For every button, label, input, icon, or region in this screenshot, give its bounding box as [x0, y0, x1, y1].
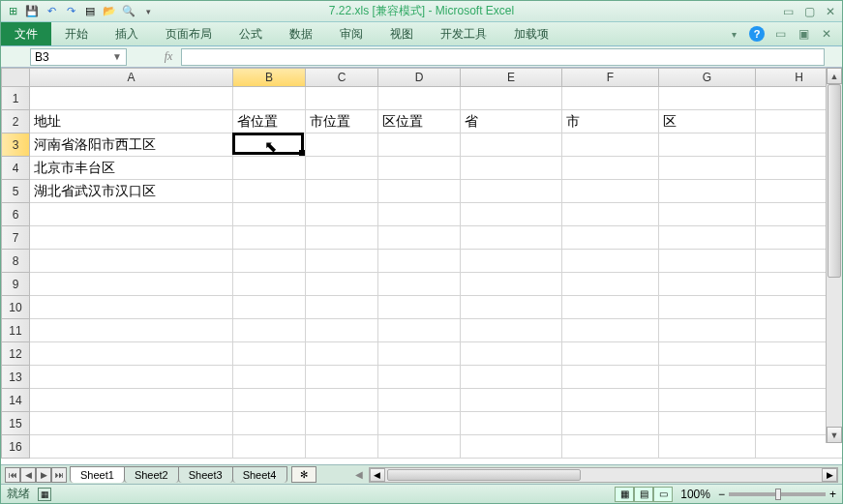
redo-icon[interactable]: ↷: [63, 4, 78, 19]
hscroll-thumb[interactable]: [387, 469, 581, 481]
cell-D12[interactable]: [378, 342, 461, 366]
cell-F4[interactable]: [562, 157, 659, 180]
column-header-F[interactable]: F: [562, 68, 659, 87]
cell-D3[interactable]: [378, 133, 461, 157]
close-button[interactable]: ✕: [823, 5, 838, 18]
cell-B1[interactable]: [233, 87, 306, 110]
cell-G16[interactable]: [659, 435, 756, 459]
row-header-3[interactable]: 3: [1, 133, 30, 157]
cell-G12[interactable]: [659, 342, 756, 366]
cell-E14[interactable]: [461, 389, 562, 412]
cell-E10[interactable]: [461, 296, 562, 319]
hscroll-right-button[interactable]: ▶: [822, 468, 837, 482]
cell-C7[interactable]: [306, 226, 378, 250]
print-preview-icon[interactable]: 🔍: [121, 4, 136, 19]
row-header-9[interactable]: 9: [1, 273, 30, 296]
sheet-tab-Sheet2[interactable]: Sheet2: [124, 466, 179, 483]
column-header-G[interactable]: G: [659, 68, 756, 87]
zoom-level[interactable]: 100%: [680, 488, 710, 501]
cell-F1[interactable]: [562, 87, 659, 110]
cell-A12[interactable]: [30, 342, 233, 366]
cell-F7[interactable]: [562, 226, 659, 250]
cell-B13[interactable]: [233, 366, 306, 389]
sheet-nav-next[interactable]: ▶: [36, 467, 51, 483]
column-header-C[interactable]: C: [306, 68, 378, 87]
doc-minimize-icon[interactable]: ▭: [772, 26, 788, 42]
row-header-1[interactable]: 1: [1, 87, 30, 110]
select-all-corner[interactable]: [1, 68, 30, 87]
cell-F8[interactable]: [562, 250, 659, 273]
cancel-formula-icon[interactable]: [135, 48, 152, 66]
maximize-button[interactable]: ▢: [801, 5, 817, 18]
cell-A4[interactable]: 北京市丰台区: [30, 157, 233, 180]
cell-F12[interactable]: [562, 342, 659, 366]
cell-C13[interactable]: [306, 366, 378, 389]
tab-view[interactable]: 视图: [376, 22, 427, 45]
cell-C9[interactable]: [306, 273, 378, 296]
sheet-nav-prev[interactable]: ◀: [20, 467, 36, 483]
cell-G9[interactable]: [659, 273, 756, 296]
cell-D7[interactable]: [378, 226, 461, 250]
cell-F6[interactable]: [562, 203, 659, 226]
row-header-11[interactable]: 11: [1, 319, 30, 342]
cell-C10[interactable]: [306, 296, 378, 319]
cell-F13[interactable]: [562, 366, 659, 389]
cell-E2[interactable]: 省: [461, 110, 562, 133]
vertical-scrollbar[interactable]: ▲ ▼: [826, 68, 842, 443]
cell-D16[interactable]: [378, 435, 461, 459]
cell-D10[interactable]: [378, 296, 461, 319]
cell-D4[interactable]: [378, 157, 461, 180]
row-header-6[interactable]: 6: [1, 203, 30, 226]
name-box[interactable]: B3 ▼: [30, 48, 127, 66]
page-layout-view-button[interactable]: ▤: [634, 487, 653, 502]
cell-F10[interactable]: [562, 296, 659, 319]
zoom-out-button[interactable]: −: [718, 488, 725, 501]
cell-E4[interactable]: [461, 157, 562, 180]
cell-A16[interactable]: [30, 435, 233, 459]
cell-B12[interactable]: [233, 342, 306, 366]
row-header-14[interactable]: 14: [1, 389, 30, 412]
cell-F14[interactable]: [562, 389, 659, 412]
cell-C14[interactable]: [306, 389, 378, 412]
cell-C11[interactable]: [306, 319, 378, 342]
row-header-7[interactable]: 7: [1, 226, 30, 250]
cell-B9[interactable]: [233, 273, 306, 296]
cell-E9[interactable]: [461, 273, 562, 296]
cell-G13[interactable]: [659, 366, 756, 389]
cell-A10[interactable]: [30, 296, 233, 319]
cell-G14[interactable]: [659, 389, 756, 412]
tab-addins[interactable]: 加载项: [500, 22, 562, 45]
cell-B14[interactable]: [233, 389, 306, 412]
cell-D2[interactable]: 区位置: [378, 110, 461, 133]
cell-C5[interactable]: [306, 180, 378, 203]
row-header-12[interactable]: 12: [1, 342, 30, 366]
cell-D6[interactable]: [378, 203, 461, 226]
tab-home[interactable]: 开始: [51, 22, 102, 45]
cell-C8[interactable]: [306, 250, 378, 273]
cell-D13[interactable]: [378, 366, 461, 389]
row-header-8[interactable]: 8: [1, 250, 30, 273]
zoom-slider-thumb[interactable]: [775, 489, 781, 500]
cell-E5[interactable]: [461, 180, 562, 203]
zoom-slider[interactable]: [729, 492, 826, 496]
cell-G1[interactable]: [659, 87, 756, 110]
cell-E3[interactable]: [461, 133, 562, 157]
cell-A9[interactable]: [30, 273, 233, 296]
cell-D5[interactable]: [378, 180, 461, 203]
cell-F5[interactable]: [562, 180, 659, 203]
cell-B4[interactable]: [233, 157, 306, 180]
cell-D11[interactable]: [378, 319, 461, 342]
sheet-tab-Sheet1[interactable]: Sheet1: [70, 466, 125, 483]
cell-B7[interactable]: [233, 226, 306, 250]
column-header-A[interactable]: A: [30, 68, 233, 87]
column-header-D[interactable]: D: [378, 68, 461, 87]
cell-B5[interactable]: [233, 180, 306, 203]
cell-F15[interactable]: [562, 412, 659, 435]
formula-bar[interactable]: [181, 48, 825, 66]
cell-E15[interactable]: [461, 412, 562, 435]
cell-A5[interactable]: 湖北省武汉市汉口区: [30, 180, 233, 203]
undo-icon[interactable]: ↶: [44, 4, 59, 19]
cell-F11[interactable]: [562, 319, 659, 342]
doc-restore-icon[interactable]: ▣: [796, 26, 811, 42]
cell-A13[interactable]: [30, 366, 233, 389]
